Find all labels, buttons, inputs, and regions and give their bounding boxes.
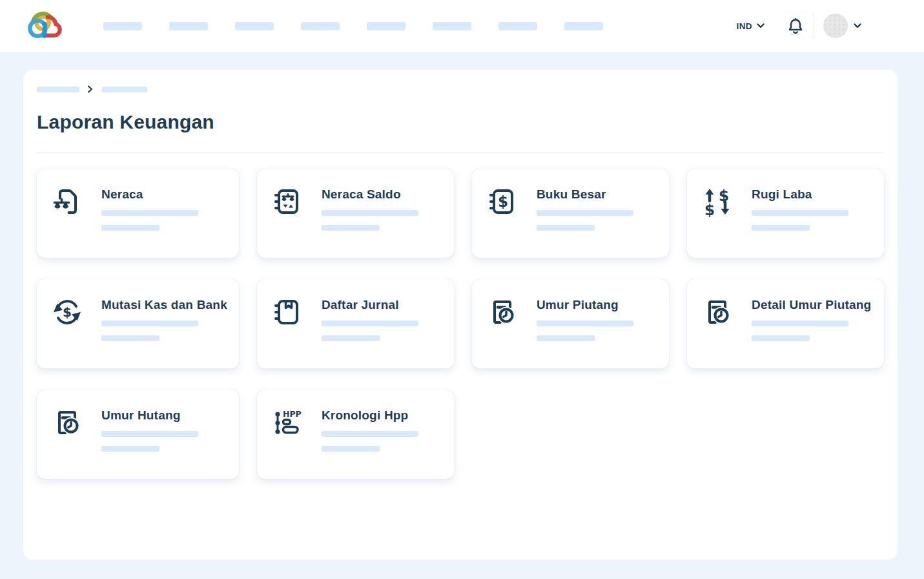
document-clock-icon xyxy=(702,297,733,328)
cloud-logo[interactable] xyxy=(26,8,63,44)
skeleton-line xyxy=(101,446,159,452)
report-card-title: Neraca xyxy=(101,187,227,202)
language-label: IND xyxy=(737,21,752,31)
report-card-title: Buku Besar xyxy=(537,187,657,202)
report-card-title: Detail Umur Piutang xyxy=(752,298,872,312)
svg-text:$: $ xyxy=(498,193,508,210)
title-divider xyxy=(37,152,884,153)
skeleton-line xyxy=(537,210,633,216)
avatar xyxy=(823,14,848,38)
skeleton-line xyxy=(101,431,198,437)
skeleton-line xyxy=(752,321,848,326)
nav-item-placeholder[interactable] xyxy=(103,22,142,30)
breadcrumb-placeholder[interactable] xyxy=(37,87,79,92)
skeleton-line xyxy=(101,335,159,341)
skeleton-line xyxy=(537,321,633,326)
header-right: IND xyxy=(737,13,861,39)
svg-text:$: $ xyxy=(704,202,715,217)
skeleton-line xyxy=(101,321,198,326)
report-card-title: Daftar Jurnal xyxy=(322,298,442,312)
chevron-right-icon xyxy=(87,85,93,93)
dollar-book-icon: $ xyxy=(487,186,518,217)
chevron-down-icon xyxy=(757,23,765,28)
main-nav xyxy=(103,22,603,30)
breadcrumb-placeholder[interactable] xyxy=(102,87,147,92)
nav-item-placeholder[interactable] xyxy=(169,22,208,30)
profit-loss-arrows-icon: $ $ xyxy=(702,186,733,217)
skeleton-line xyxy=(322,321,418,326)
app-header: IND xyxy=(0,0,924,52)
skeleton-line xyxy=(752,335,810,341)
skeleton-line xyxy=(322,210,418,216)
hpp-timeline-icon: HPP xyxy=(272,407,303,438)
skeleton-line xyxy=(322,446,380,452)
nav-item-placeholder[interactable] xyxy=(367,22,406,30)
skeleton-line xyxy=(752,210,848,216)
report-card-title: Kronologi Hpp xyxy=(322,408,442,423)
nav-item-placeholder[interactable] xyxy=(498,22,537,30)
bell-icon[interactable] xyxy=(788,17,803,35)
report-card-title: Umur Piutang xyxy=(537,298,657,312)
chevron-down-icon xyxy=(854,23,861,28)
svg-text:$: $ xyxy=(63,304,72,320)
report-card-title: Umur Hutang xyxy=(101,408,227,423)
report-card-title: Mutasi Kas dan Bank xyxy=(101,298,227,312)
report-card-title: Neraca Saldo xyxy=(322,187,442,202)
nav-item-placeholder[interactable] xyxy=(301,22,340,30)
skeleton-line xyxy=(752,225,810,231)
report-card-kronologi-hpp[interactable]: HPP Kronologi Hpp xyxy=(257,390,454,479)
document-clock-icon xyxy=(487,297,518,328)
page-title: Laporan Keuangan xyxy=(37,111,884,133)
report-card-buku-besar[interactable]: $ Buku Besar xyxy=(472,169,669,258)
bookmark-book-icon xyxy=(272,297,303,328)
report-card-mutasi-kas-dan-bank[interactable]: $ Mutasi Kas dan Bank xyxy=(37,279,239,368)
nav-item-placeholder[interactable] xyxy=(564,22,603,30)
breadcrumb xyxy=(37,80,884,93)
nav-item-placeholder[interactable] xyxy=(235,22,274,30)
report-card-rugi-laba[interactable]: $ $ Rugi Laba xyxy=(687,169,884,258)
report-card-daftar-jurnal[interactable]: Daftar Jurnal xyxy=(257,279,454,368)
language-selector[interactable]: IND xyxy=(737,21,765,31)
trial-balance-book-icon xyxy=(272,186,303,217)
svg-text:HPP: HPP xyxy=(283,409,302,419)
skeleton-line xyxy=(322,335,380,341)
dollar-cycle-icon: $ xyxy=(52,297,83,328)
skeleton-line xyxy=(537,225,595,231)
user-menu[interactable] xyxy=(823,14,861,38)
report-card-title: Rugi Laba xyxy=(752,187,872,202)
report-card-detail-umur-piutang[interactable]: Detail Umur Piutang xyxy=(687,279,884,368)
report-cards-grid: Neraca Neraca Saldo $ Buku Besar xyxy=(37,169,884,479)
skeleton-line xyxy=(322,431,418,437)
document-clock-icon xyxy=(52,407,83,438)
report-card-umur-hutang[interactable]: Umur Hutang xyxy=(37,390,239,479)
report-card-neraca-saldo[interactable]: Neraca Saldo xyxy=(257,169,454,258)
report-card-umur-piutang[interactable]: Umur Piutang xyxy=(472,279,669,368)
balance-scale-document-icon xyxy=(52,186,83,217)
content-panel: Laporan Keuangan Neraca Neraca Saldo xyxy=(23,70,898,560)
header-divider xyxy=(814,13,814,39)
report-card-neraca[interactable]: Neraca xyxy=(37,169,239,258)
skeleton-line xyxy=(537,335,595,341)
skeleton-line xyxy=(101,225,159,231)
skeleton-line xyxy=(101,210,198,216)
skeleton-line xyxy=(322,225,380,231)
nav-item-placeholder[interactable] xyxy=(433,22,471,30)
